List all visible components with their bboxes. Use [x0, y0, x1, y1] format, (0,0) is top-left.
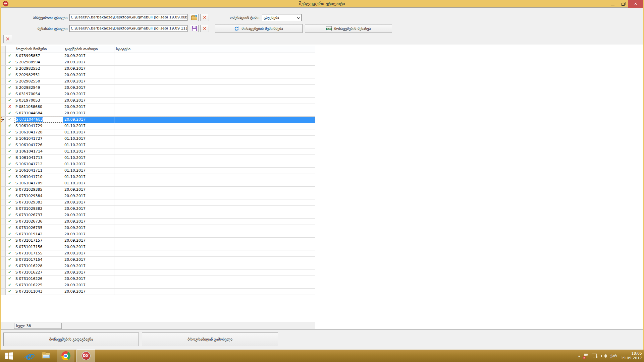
table-row[interactable]: ✔ S 0731029385 20.09.2017 [1, 187, 315, 193]
volume-icon[interactable] [601, 354, 607, 358]
table-row[interactable]: ✔ S 202982551 20.09.2017 [1, 72, 315, 78]
table-row[interactable]: ✔ S 031970053 20.09.2017 [1, 98, 315, 104]
source-file-input[interactable]: C:\Users\n.barbakadze\Desktop\Gauqmebuli… [69, 14, 187, 21]
table-row[interactable]: ✔ S 0731016225 20.09.2017 [1, 282, 315, 289]
table-row[interactable]: ✔ S 0731017157 20.09.2017 [1, 238, 315, 244]
table-row[interactable]: ✔ S 1061041728 01.10.2017 [1, 129, 315, 136]
table-row[interactable]: ✔ S 1061041726 01.10.2017 [1, 142, 315, 148]
row-select-indicator [1, 219, 6, 225]
table-row[interactable]: ✔ S 0731029384 20.09.2017 [1, 193, 315, 199]
internet-explorer-icon: e [25, 352, 31, 360]
table-row[interactable]: ✔ S 0731019142 20.09.2017 [1, 231, 315, 238]
cell-policy-number: S 031970054 [14, 91, 63, 97]
table-row[interactable]: ✔ S 0731011043 20.09.2017 [1, 289, 315, 295]
cell-cancel-date: 01.10.2017 [63, 180, 114, 186]
cell-status [114, 174, 315, 180]
table-row[interactable]: ✔ S 0731017155 20.09.2017 [1, 250, 315, 257]
table-row[interactable]: ✔ S 1061041727 01.10.2017 [1, 136, 315, 142]
cell-policy-number: S 0731026737 [14, 212, 63, 218]
file-explorer-button[interactable] [39, 350, 53, 362]
start-button[interactable] [3, 350, 15, 362]
table-row[interactable]: ✔ S 202982550 20.09.2017 [1, 78, 315, 85]
table-row[interactable]: ✔ S 0731026736 20.09.2017 [1, 219, 315, 225]
send-data-button[interactable]: მონაცემების გადაგზავნა [3, 333, 139, 346]
table-row[interactable]: ✔ S 202988994 20.09.2017 [1, 59, 315, 66]
maximize-button[interactable] [618, 0, 628, 8]
row-select-indicator [1, 123, 6, 129]
cancel-button[interactable]: ✕ [3, 35, 12, 43]
network-icon[interactable] [592, 354, 597, 358]
refresh-icon [234, 26, 239, 31]
cell-cancel-date: 01.10.2017 [63, 123, 114, 129]
cell-cancel-date: 20.09.2017 [63, 276, 114, 282]
save-file-button[interactable] [190, 25, 199, 32]
cell-policy-number: S 1061041727 [14, 136, 63, 142]
clock-time: 18:05 [621, 351, 642, 356]
cell-cancel-date: 20.09.2017 [63, 117, 114, 123]
table-row[interactable]: ✔ S 0731016226 20.09.2017 [1, 276, 315, 282]
clear-source-button[interactable]: ✕ [200, 14, 209, 21]
table-row[interactable]: ✔ B 1061041714 01.10.2017 [1, 148, 315, 155]
cell-status [114, 110, 315, 116]
cell-policy-number: S 0731017157 [14, 238, 63, 244]
row-select-indicator [1, 263, 6, 269]
row-select-indicator [1, 59, 6, 65]
column-header-date[interactable]: გაუქმების თარიღი [63, 46, 114, 53]
row-select-indicator: ▶ [1, 117, 6, 123]
row-select-indicator [1, 231, 6, 237]
row-select-indicator [1, 91, 6, 97]
close-button[interactable]: ✕ [628, 0, 643, 8]
cell-status [114, 91, 315, 97]
target-file-input[interactable]: C:\Users\n.barbakadze\Desktop\Gauqmebuli… [69, 25, 187, 32]
table-row[interactable]: ✔ S 1061041729 01.10.2017 [1, 123, 315, 129]
save-data-label: მონაცემების შენახვა [334, 26, 371, 31]
language-indicator[interactable]: ქარ [610, 354, 617, 358]
table-row[interactable]: ✔ S 0731026735 20.09.2017 [1, 225, 315, 231]
row-status-mark-icon: ✔ [6, 78, 14, 84]
cell-status [114, 66, 315, 72]
table-row[interactable]: ✔ S 0731017154 20.09.2017 [1, 257, 315, 263]
table-row[interactable]: ✔ S 073995857 20.09.2017 [1, 53, 315, 59]
table-row[interactable]: ✔ S 0731017156 20.09.2017 [1, 244, 315, 250]
cell-cancel-date: 01.10.2017 [63, 155, 114, 161]
table-row[interactable]: ✔ S 0731016228 20.09.2017 [1, 263, 315, 269]
table-row[interactable]: ✔ S 0731026737 20.09.2017 [1, 212, 315, 219]
cell-cancel-date: 20.09.2017 [63, 250, 114, 256]
save-data-button[interactable]: XLSX მონაცემების შენახვა [305, 24, 392, 33]
table-row[interactable]: ✔ S 031970054 20.09.2017 [1, 91, 315, 98]
minimize-button[interactable] [608, 0, 618, 8]
action-center-icon[interactable]: ✕ [584, 353, 588, 359]
cell-cancel-date: 20.09.2017 [63, 231, 114, 237]
table-row[interactable]: ✔ S 202982549 20.09.2017 [1, 85, 315, 91]
table-row[interactable]: ✔ S 1061041712 01.10.2017 [1, 161, 315, 168]
operation-type-select[interactable]: გაუქმება [262, 14, 302, 21]
tray-expand-icon[interactable]: ▴ [578, 354, 580, 358]
browse-open-button[interactable] [190, 14, 199, 21]
cell-status [114, 155, 315, 161]
table-row[interactable]: ✔ S 0731029382 20.09.2017 [1, 206, 315, 212]
check-data-button[interactable]: მონაცემების შემოწმება [215, 24, 303, 33]
row-select-indicator [1, 269, 6, 276]
column-header-status[interactable]: სტატუსი [114, 46, 315, 53]
table-row[interactable]: ✔ S 0731029383 20.09.2017 [1, 199, 315, 206]
table-row[interactable]: ✔ S 0731016227 20.09.2017 [1, 269, 315, 276]
row-status-mark-icon: ✔ [6, 110, 14, 116]
table-row[interactable]: ✘ P 0811058680 20.09.2017 [1, 104, 315, 110]
table-row[interactable]: ✔ S 202982552 20.09.2017 [1, 66, 315, 72]
table-row[interactable]: ✔ S 0731044684 20.09.2017 [1, 110, 315, 117]
table-row[interactable]: ✔ S 1061041710 01.10.2017 [1, 174, 315, 180]
chrome-button[interactable] [57, 350, 74, 362]
clock[interactable]: 18:05 19.09.2017 [621, 351, 642, 361]
table-row[interactable]: ✔ S 1061041711 01.10.2017 [1, 168, 315, 174]
row-select-indicator [1, 206, 6, 212]
internet-explorer-button[interactable]: e [21, 350, 35, 362]
exit-button[interactable]: პროგრამიდან გამოსვლა [142, 333, 278, 346]
table-row[interactable]: ▶ ✔ S 0731044683 20.09.2017 [1, 117, 315, 123]
row-status-mark-icon: ✔ [6, 59, 14, 65]
column-header-policy[interactable]: პოლისის ნომერი [14, 46, 63, 53]
dx-app-button[interactable]: DX [76, 350, 95, 362]
table-row[interactable]: ✔ B 1061041713 01.10.2017 [1, 155, 315, 161]
clear-target-button[interactable]: ✕ [200, 25, 209, 32]
column-header-check[interactable] [6, 46, 14, 53]
table-row[interactable]: ✔ S 1061041709 01.10.2017 [1, 180, 315, 187]
